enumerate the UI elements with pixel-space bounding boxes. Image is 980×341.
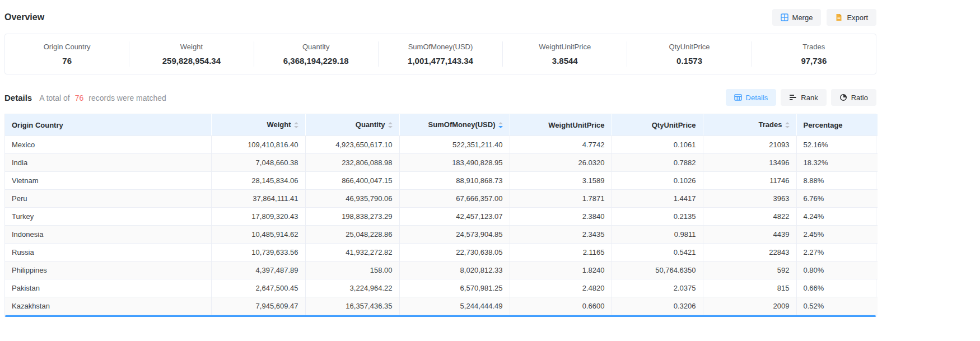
cell-weightunitprice: 2.3840 (510, 208, 612, 226)
view-rank-button[interactable]: Rank (781, 89, 826, 106)
column-label: Weight (267, 120, 291, 129)
export-button[interactable]: Export (827, 9, 876, 26)
cell-origin-country: Peru (5, 190, 211, 208)
horizontal-scrollbar-thumb[interactable] (5, 315, 876, 317)
stat-label: Origin Country (5, 43, 129, 51)
cell-quantity: 198,838,273.29 (305, 208, 399, 226)
cell-quantity: 158.00 (305, 261, 399, 279)
table-row: Vietnam28,145,834.06866,400,047.1588,910… (5, 172, 878, 190)
view-switch: Details Rank Ratio (726, 89, 876, 106)
cell-origin-country: India (5, 154, 211, 172)
column-header-weight[interactable]: Weight (211, 114, 305, 136)
cell-percentage: 18.32% (796, 154, 878, 172)
cell-trades: 21093 (703, 136, 796, 154)
sort-caret[interactable] (294, 121, 298, 129)
column-label: Percentage (804, 121, 843, 129)
stat-item: WeightUnitPrice 3.8544 (503, 41, 627, 67)
cell-percentage: 0.66% (796, 279, 878, 297)
cell-percentage: 2.45% (796, 226, 878, 244)
cell-quantity: 4,923,650,617.10 (305, 136, 399, 154)
cell-weightunitprice: 1.8240 (510, 261, 612, 279)
stat-label: Quantity (254, 43, 378, 51)
column-header-percentage: Percentage (796, 114, 878, 136)
stat-value: 1,001,477,143.34 (379, 56, 502, 66)
stat-value: 76 (5, 56, 129, 66)
column-label: Trades (759, 120, 782, 129)
cell-sumofmoney-usd: 67,666,357.00 (399, 190, 510, 208)
cell-trades: 2009 (703, 297, 796, 315)
table-row: Indonesia10,485,914.6225,048,228.8624,57… (5, 226, 878, 244)
cell-weight: 17,809,320.43 (211, 208, 305, 226)
stat-label: Trades (752, 43, 876, 51)
sort-caret[interactable] (498, 121, 503, 129)
cell-percentage: 8.88% (796, 172, 878, 190)
table-row: Kazakhstan7,945,609.4716,357,436.355,244… (5, 297, 878, 315)
cell-sumofmoney-usd: 8,020,812.33 (399, 261, 510, 279)
cell-trades: 13496 (703, 154, 796, 172)
stat-item: Quantity 6,368,194,229.18 (254, 41, 379, 67)
view-rank-label: Rank (801, 94, 818, 101)
cell-origin-country: Philippines (5, 261, 211, 279)
sort-caret[interactable] (388, 121, 393, 129)
cell-origin-country: Mexico (5, 136, 211, 154)
stat-value: 3.8544 (503, 56, 627, 66)
column-header-weightunitprice: WeightUnitPrice (510, 114, 612, 136)
cell-qtyunitprice: 2.0375 (612, 279, 703, 297)
page-title: Overview (4, 12, 44, 22)
cell-sumofmoney-usd: 522,351,211.40 (399, 136, 510, 154)
cell-quantity: 232,806,088.98 (305, 154, 399, 172)
stat-label: SumOfMoney(USD) (379, 43, 502, 51)
top-actions: Merge Export (772, 9, 876, 26)
cell-quantity: 41,932,272.82 (305, 244, 399, 261)
cell-quantity: 25,048,228.86 (305, 226, 399, 244)
view-ratio-button[interactable]: Ratio (831, 89, 876, 106)
cell-weight: 4,397,487.89 (211, 261, 305, 279)
matched-prefix: A total of (39, 94, 69, 102)
view-ratio-label: Ratio (851, 94, 868, 101)
details-bar: Details A total of 76 records were match… (4, 89, 876, 106)
records-table: Origin CountryWeightQuantitySumOfMoney(U… (5, 114, 878, 315)
cell-sumofmoney-usd: 6,570,981.25 (399, 279, 510, 297)
cell-origin-country: Turkey (5, 208, 211, 226)
cell-sumofmoney-usd: 24,573,904.85 (399, 226, 510, 244)
column-header-quantity[interactable]: Quantity (305, 114, 399, 136)
cell-sumofmoney-usd: 42,457,123.07 (399, 208, 510, 226)
stat-item: QtyUnitPrice 0.1573 (627, 41, 752, 67)
column-header-trades[interactable]: Trades (703, 114, 796, 136)
merge-button[interactable]: Merge (772, 9, 822, 26)
cell-origin-country: Russia (5, 244, 211, 261)
cell-origin-country: Indonesia (5, 226, 211, 244)
cell-weight: 28,145,834.06 (211, 172, 305, 190)
stat-value: 259,828,954.34 (129, 56, 253, 66)
cell-weightunitprice: 2.3435 (510, 226, 612, 244)
table-view-icon (734, 94, 742, 101)
cell-weightunitprice: 2.1165 (510, 244, 612, 261)
cell-qtyunitprice: 0.3206 (612, 297, 703, 315)
table-row: Pakistan2,647,500.453,224,964.226,570,98… (5, 279, 878, 297)
details-title: Details (4, 93, 32, 102)
stat-label: WeightUnitPrice (503, 43, 627, 51)
cell-quantity: 3,224,964.22 (305, 279, 399, 297)
cell-trades: 22843 (703, 244, 796, 261)
cell-qtyunitprice: 50,764.6350 (612, 261, 703, 279)
cell-sumofmoney-usd: 22,730,638.05 (399, 244, 510, 261)
column-label: WeightUnitPrice (548, 121, 604, 129)
merge-button-label: Merge (792, 14, 813, 21)
table-header-row: Origin CountryWeightQuantitySumOfMoney(U… (5, 114, 878, 136)
stat-item: SumOfMoney(USD) 1,001,477,143.34 (379, 41, 503, 67)
export-document-icon (835, 13, 843, 21)
ratio-pie-icon (839, 94, 847, 101)
cell-trades: 3963 (703, 190, 796, 208)
cell-qtyunitprice: 0.2135 (612, 208, 703, 226)
rank-icon (789, 94, 797, 101)
cell-qtyunitprice: 0.7882 (612, 154, 703, 172)
cell-weight: 10,739,633.56 (211, 244, 305, 261)
column-header-sumofmoney-usd[interactable]: SumOfMoney(USD) (399, 114, 510, 136)
table-row: Peru37,864,111.4146,935,790.0667,666,357… (5, 190, 878, 208)
cell-qtyunitprice: 0.1061 (612, 136, 703, 154)
cell-qtyunitprice: 0.1026 (612, 172, 703, 190)
stat-item: Weight 259,828,954.34 (129, 41, 254, 67)
cell-percentage: 6.76% (796, 190, 878, 208)
sort-caret[interactable] (785, 121, 790, 129)
view-details-button[interactable]: Details (726, 89, 777, 106)
